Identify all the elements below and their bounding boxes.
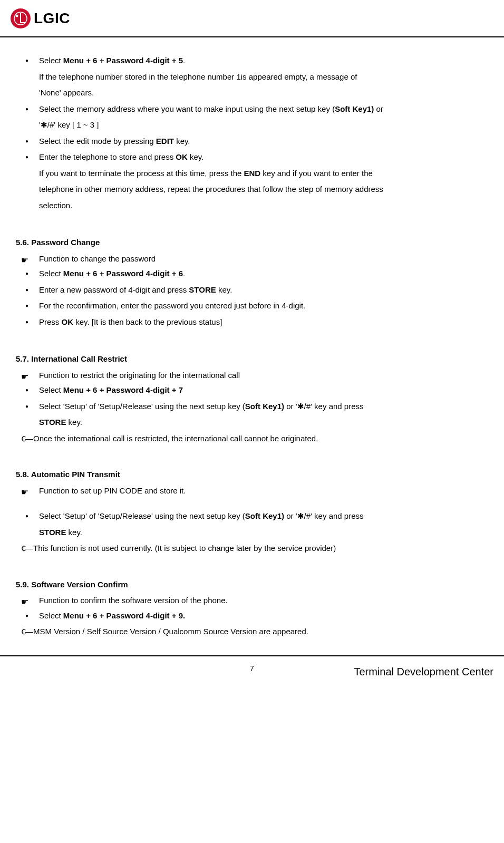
list-item: Enter a new password of 4-digit and pres… — [16, 283, 493, 298]
bold-text: Soft Key1) — [245, 511, 284, 520]
document-content: Select Menu + 6 + Password 4-digit + 5. … — [0, 53, 504, 639]
text: Function to change the password — [39, 254, 156, 263]
text: key. — [188, 152, 204, 161]
list-item-cont: telephone in other memory address, repea… — [16, 182, 493, 197]
list-item: Select the memory address where you want… — [16, 102, 493, 117]
text: or '✱/#' key and press — [284, 511, 363, 520]
list-item: For the reconfirmation, enter the passwo… — [16, 298, 493, 314]
bold-text: OK — [176, 152, 188, 161]
note-row: ₵ ―MSM Version / Self Source Version / Q… — [16, 624, 493, 639]
list-item: Select Menu + 6 + Password 4-digit + 7 — [16, 383, 493, 398]
list-item: Select 'Setup' of 'Setup/Release' using … — [16, 509, 493, 524]
text: key. [It is then back to the previous st… — [73, 317, 222, 326]
list-item: Enter the telephone to store and press O… — [16, 150, 493, 165]
text: ―Once the international call is restrict… — [25, 434, 318, 443]
pointer-row: ☛ Function to confirm the software versi… — [16, 593, 493, 608]
pointer-icon: ☛ — [21, 485, 28, 500]
section-5-9-list: Select Menu + 6 + Password 4-digit + 9. — [16, 608, 493, 624]
section-5-7-heading: 5.7. International Call Restrict — [16, 352, 493, 367]
text: key. — [216, 285, 232, 294]
pointer-row: ☛ Function to change the password — [16, 251, 493, 267]
text: Select 'Setup' of 'Setup/Release' using … — [39, 511, 245, 520]
list-item: Select 'Setup' of 'Setup/Release' using … — [16, 399, 493, 414]
lg-logo-icon — [11, 8, 31, 28]
text: Function to confirm the software version… — [39, 596, 228, 605]
list-item-cont: 'None' appears. — [16, 85, 493, 101]
section-5-6-heading: 5.6. Password Change — [16, 235, 493, 250]
text: Function to set up PIN CODE and store it… — [39, 486, 186, 495]
note-row: ₵ ―Once the international call is restri… — [16, 431, 493, 447]
bold-text: Soft Key1) — [245, 402, 284, 411]
bold-text: STORE — [189, 285, 216, 294]
text: If you want to terminate the process at … — [39, 169, 244, 178]
note-symbol-icon: ₵ — [21, 541, 26, 556]
list-item-cont: STORE key. — [16, 415, 493, 430]
page-number: 7 — [171, 662, 332, 676]
list-item: Press OK key. [It is then back to the pr… — [16, 315, 493, 330]
text: Select the memory address where you want… — [39, 104, 335, 113]
note-row: ₵ ―This function is not used currently. … — [16, 541, 493, 556]
logo-text: LGIC — [34, 4, 70, 32]
note-symbol-icon: ₵ — [21, 431, 26, 447]
text: telephone in other memory address, repea… — [39, 185, 383, 193]
list-item: Select Menu + 6 + Password 4-digit + 6. — [16, 266, 493, 282]
text: key. — [66, 418, 82, 427]
text: . — [183, 269, 185, 278]
section-5-9-heading: 5.9. Software Version Confirm — [16, 577, 493, 593]
bold-text: STORE — [39, 418, 66, 427]
text: . — [183, 56, 185, 65]
text: key. — [66, 528, 82, 537]
bold-text: END — [244, 169, 261, 178]
bold-text: Menu + 6 + Password 4-digit + 9. — [63, 611, 185, 620]
section-5-6-list: Select Menu + 6 + Password 4-digit + 6. … — [16, 266, 493, 330]
bold-text: Menu + 6 + Password 4-digit + 6 — [63, 269, 183, 278]
section-5-8-heading: 5.8. Automatic PIN Transmit — [16, 467, 493, 482]
text: ―This function is not used currently. (I… — [25, 544, 336, 553]
text: Select — [39, 385, 63, 394]
list-item: Select the edit mode by pressing EDIT ke… — [16, 134, 493, 149]
pointer-row: ☛ Function to set up PIN CODE and store … — [16, 483, 493, 499]
text: key. — [174, 137, 190, 146]
text: Select — [39, 269, 63, 278]
text: selection. — [39, 201, 72, 210]
note-symbol-icon: ₵ — [21, 624, 26, 639]
text: Select 'Setup' of 'Setup/Release' using … — [39, 402, 245, 411]
text: Enter a new password of 4-digit and pres… — [39, 285, 189, 294]
list-item-cont: If the telephone number stored in the te… — [16, 70, 493, 85]
list-item-cont: '✱/#' key [ 1 ~ 3 ] — [16, 118, 493, 133]
svg-point-0 — [16, 14, 18, 17]
footer-text: Terminal Development Center — [333, 662, 493, 682]
pointer-row: ☛ Function to restrict the originating f… — [16, 368, 493, 383]
page-header: LGIC — [0, 0, 504, 37]
text: key and if you want to enter the — [260, 169, 373, 178]
section-5-8-list: Select 'Setup' of 'Setup/Release' using … — [16, 509, 493, 540]
text: Press — [39, 317, 62, 326]
bold-text: Soft Key1) — [335, 104, 374, 113]
text: Select — [39, 611, 63, 620]
text: 'None' appears. — [39, 88, 94, 97]
text: '✱/#' key [ 1 ~ 3 ] — [39, 120, 99, 129]
bold-text: Menu + 6 + Password 4-digit + 5 — [63, 56, 183, 65]
text: Select the edit mode by pressing — [39, 137, 156, 146]
list-item-cont: If you want to terminate the process at … — [16, 166, 493, 181]
text: ―MSM Version / Self Source Version / Qua… — [25, 627, 308, 636]
text: If the telephone number stored in the te… — [39, 72, 357, 81]
text: Enter the telephone to store and press — [39, 152, 176, 161]
section-5-7-list: Select Menu + 6 + Password 4-digit + 7 S… — [16, 383, 493, 430]
section-5-5-list: Select Menu + 6 + Password 4-digit + 5. … — [16, 53, 493, 213]
bold-text: OK — [62, 317, 74, 326]
list-item-cont: STORE key. — [16, 525, 493, 540]
list-item-cont: selection. — [16, 198, 493, 214]
bold-text: EDIT — [156, 137, 174, 146]
bold-text: Menu + 6 + Password 4-digit + 7 — [63, 385, 183, 394]
text: Function to restrict the originating for… — [39, 371, 240, 380]
text: or — [374, 104, 383, 113]
bold-text: STORE — [39, 528, 66, 537]
list-item: Select Menu + 6 + Password 4-digit + 9. — [16, 608, 493, 624]
text: or '✱/#' key and press — [284, 402, 363, 411]
text: For the reconfirmation, enter the passwo… — [39, 301, 305, 310]
page-footer: 7 Terminal Development Center — [0, 655, 504, 692]
text: Select — [39, 56, 63, 65]
list-item: Select Menu + 6 + Password 4-digit + 5. — [16, 53, 493, 69]
